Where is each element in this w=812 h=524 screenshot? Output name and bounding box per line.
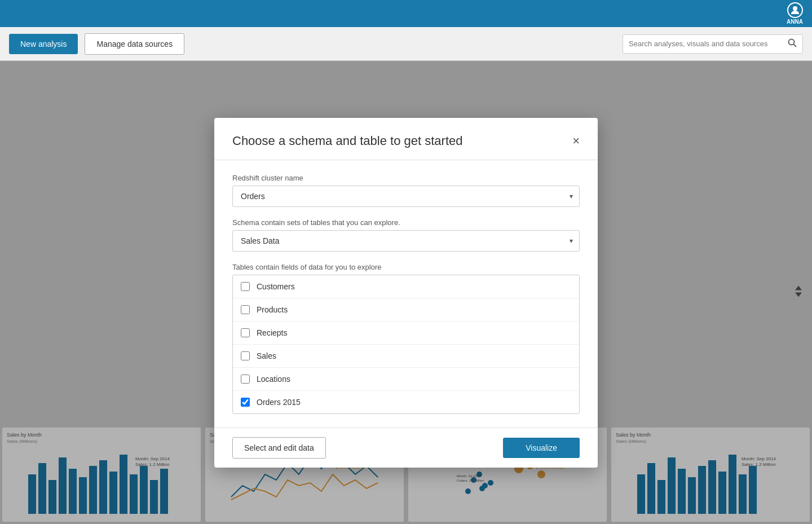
tables-group: Tables contain fields of data for you to…	[232, 263, 580, 414]
cluster-select[interactable]: Orders	[232, 186, 580, 207]
cluster-group: Redshift cluster name Orders ▾	[232, 174, 580, 207]
modal-title: Choose a schema and table to get started	[232, 134, 462, 148]
table-list-item: Orders 2015	[233, 391, 579, 413]
table-list-item: Products	[233, 298, 579, 322]
search-icon	[788, 38, 797, 50]
table-label-locations[interactable]: Locations	[257, 375, 290, 384]
new-analysis-button[interactable]: New analysis	[9, 34, 78, 54]
cluster-label: Redshift cluster name	[232, 174, 580, 182]
schema-select[interactable]: Sales Data	[232, 230, 580, 252]
table-list-item: Customers	[233, 275, 579, 298]
table-label-sales[interactable]: Sales	[257, 351, 276, 360]
table-list-item: Reciepts	[233, 322, 579, 345]
select-edit-button[interactable]: Select and edit data	[232, 437, 326, 459]
cluster-select-wrapper: Orders ▾	[232, 186, 580, 207]
tables-checkbox-list: CustomersProductsRecieptsSalesLocationsO…	[232, 275, 580, 414]
svg-point-0	[793, 6, 797, 11]
schema-select-wrapper: Sales Data ▾	[232, 230, 580, 252]
search-box	[623, 34, 803, 54]
user-name: ANNA	[787, 19, 803, 25]
table-label-receipts[interactable]: Reciepts	[257, 328, 287, 337]
modal-overlay: Choose a schema and table to get started…	[0, 61, 812, 524]
modal-dialog: Choose a schema and table to get started…	[214, 118, 598, 468]
checkbox-sales[interactable]	[241, 351, 250, 360]
svg-line-2	[794, 44, 797, 47]
svg-point-1	[789, 39, 795, 45]
modal-header: Choose a schema and table to get started…	[214, 118, 598, 160]
checkbox-receipts[interactable]	[241, 328, 250, 337]
user-icon	[787, 2, 803, 18]
table-list-item: Locations	[233, 368, 579, 391]
search-input[interactable]	[629, 39, 788, 48]
modal-footer: Select and edit data Visualize	[214, 428, 598, 468]
modal-body: Redshift cluster name Orders ▾ Schema co…	[214, 160, 598, 428]
tables-label: Tables contain fields of data for you to…	[232, 263, 580, 271]
checkbox-locations[interactable]	[241, 375, 250, 384]
checkbox-customers[interactable]	[241, 282, 250, 291]
header-bar: New analysis Manage data sources	[0, 27, 812, 61]
visualize-button[interactable]: Visualize	[503, 438, 580, 458]
manage-sources-button[interactable]: Manage data sources	[85, 33, 184, 55]
schema-label: Schema contain sets of tables that you c…	[232, 218, 580, 227]
checkbox-products[interactable]	[241, 305, 250, 314]
content-area: Sales by Month Sales (Millions) Month: S…	[0, 61, 812, 524]
table-label-customers[interactable]: Customers	[257, 282, 295, 291]
table-list-item: Sales	[233, 345, 579, 368]
user-avatar[interactable]: ANNA	[787, 2, 803, 25]
table-label-products[interactable]: Products	[257, 305, 288, 314]
checkbox-orders2015[interactable]	[241, 398, 250, 407]
schema-group: Schema contain sets of tables that you c…	[232, 218, 580, 252]
top-bar: ANNA	[0, 0, 812, 27]
table-label-orders2015[interactable]: Orders 2015	[257, 398, 301, 407]
modal-close-button[interactable]: ×	[572, 135, 580, 147]
